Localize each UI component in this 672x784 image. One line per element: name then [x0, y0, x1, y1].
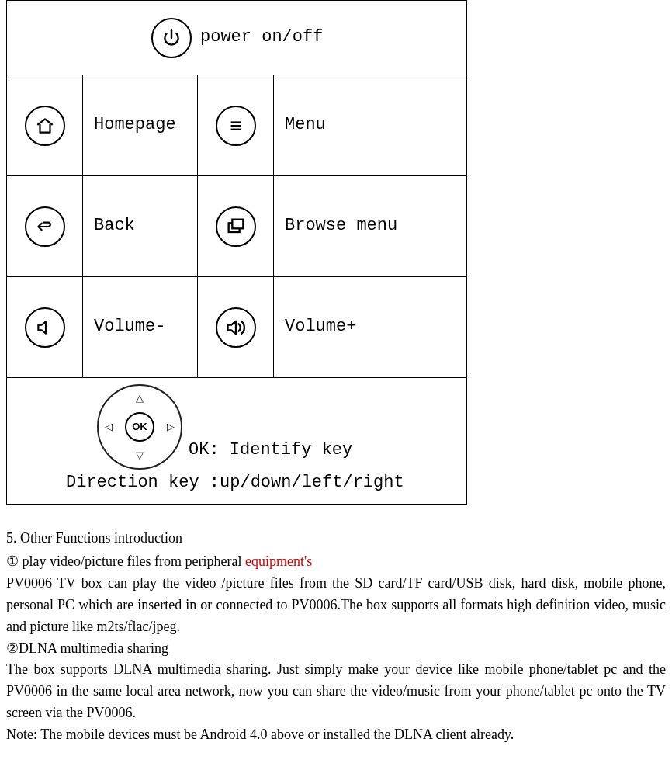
- browse-menu-icon: [214, 205, 257, 248]
- note-paragraph: Note: The mobile devices must be Android…: [6, 724, 666, 746]
- remote-keys-table: power on/off Homepage: [6, 0, 467, 505]
- ok-key-label: OK: Identify key: [189, 437, 352, 463]
- item1-red-word: equipment's: [245, 553, 312, 569]
- item1-heading: ① play video/picture files from peripher…: [6, 551, 666, 573]
- volume-up-label: Volume+: [285, 317, 356, 336]
- item1-paragraph: PV0006 TV box can play the video /pictur…: [6, 573, 666, 638]
- section-heading: 5. Other Functions introduction: [6, 528, 666, 550]
- item2-paragraph: The box supports DLNA multimedia sharing…: [6, 659, 666, 724]
- volume-down-label: Volume-: [94, 317, 165, 336]
- menu-label: Menu: [285, 115, 326, 134]
- power-label: power on/off: [200, 24, 323, 50]
- home-icon: [23, 104, 66, 147]
- item2-heading: ②DLNA multimedia sharing: [6, 638, 666, 660]
- back-icon: [23, 205, 66, 248]
- dpad-icon: △ ▽ ◁ ▷ OK: [97, 384, 182, 470]
- back-label: Back: [94, 216, 135, 235]
- arrow-down-icon: ▽: [136, 448, 144, 463]
- item1-prefix: ① play video/picture files from peripher…: [6, 553, 245, 569]
- direction-key-label: Direction key :up/down/left/right: [66, 473, 404, 492]
- svg-rect-4: [232, 219, 243, 228]
- arrow-right-icon: ▷: [167, 419, 175, 435]
- volume-up-icon: [214, 306, 257, 349]
- menu-icon: [214, 104, 257, 147]
- power-icon: [150, 16, 192, 59]
- ok-button-icon: OK: [125, 412, 154, 442]
- homepage-label: Homepage: [94, 115, 176, 134]
- arrow-up-icon: △: [136, 390, 144, 406]
- browse-menu-label: Browse menu: [285, 216, 397, 235]
- volume-down-icon: [23, 306, 66, 349]
- arrow-left-icon: ◁: [105, 419, 113, 435]
